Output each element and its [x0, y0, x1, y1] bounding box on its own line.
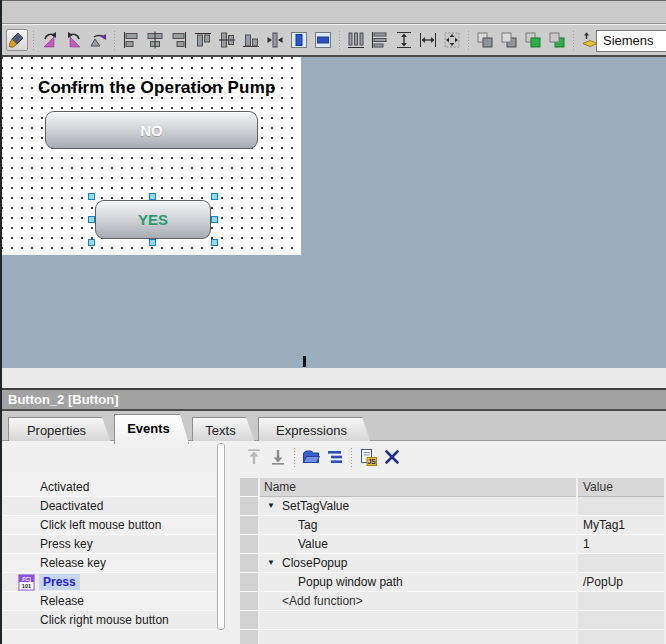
bring-to-front-icon[interactable]: [522, 29, 544, 51]
move-down-icon[interactable]: [267, 446, 289, 468]
table-row[interactable]: <Add function>: [236, 592, 666, 611]
collapse-categories-icon[interactable]: [324, 446, 346, 468]
selection-handle[interactable]: [149, 239, 156, 246]
tab-events[interactable]: Events: [114, 414, 189, 444]
svg-text:JS: JS: [368, 458, 377, 465]
selection-handle[interactable]: [211, 193, 218, 200]
center-horizontal-in-frame-icon[interactable]: [288, 29, 310, 51]
same-size-icon[interactable]: [441, 29, 463, 51]
align-left-icon[interactable]: [120, 29, 142, 51]
event-list-scrollbar[interactable]: [217, 443, 225, 630]
function-name-cell[interactable]: ▼SetTagValue: [260, 497, 576, 516]
send-to-back-icon[interactable]: [546, 29, 568, 51]
screen-workspace: Confirm the Operation Pump NO YES: [0, 57, 666, 368]
window-left-edge: [0, 0, 2, 644]
table-row[interactable]: Popup window path/PopUp: [236, 573, 666, 592]
align-right-icon[interactable]: [168, 29, 190, 51]
center-object-icon[interactable]: [264, 29, 286, 51]
selection-handle[interactable]: [88, 239, 95, 246]
selection-handle[interactable]: [149, 193, 156, 200]
send-backward-icon[interactable]: [498, 29, 520, 51]
delete-function-icon[interactable]: [381, 446, 403, 468]
event-item-activated[interactable]: Activated: [0, 478, 216, 497]
center-vertical-in-frame-icon[interactable]: [312, 29, 334, 51]
empty-value-cell: [578, 611, 664, 630]
event-item-press-key[interactable]: Press key: [0, 535, 216, 554]
toolbar-separator: [465, 29, 472, 51]
table-row[interactable]: ▼SetTagValue: [236, 497, 666, 516]
column-header-name: Name: [260, 478, 576, 497]
align-bottom-icon[interactable]: [240, 29, 262, 51]
align-center-horizontal-icon[interactable]: [144, 29, 166, 51]
format-paint-brush-icon[interactable]: [6, 29, 28, 51]
event-item-click-right-mouse-button[interactable]: Click right mouse button: [0, 611, 216, 630]
function-name-cell[interactable]: Value: [260, 535, 576, 554]
align-center-vertical-icon[interactable]: [216, 29, 238, 51]
convert-to-script-icon[interactable]: JS: [357, 446, 379, 468]
no-button[interactable]: NO: [45, 111, 258, 149]
event-item-label: Press key: [40, 537, 93, 551]
rotate-90-icon[interactable]: [87, 29, 109, 51]
popup-screen-canvas[interactable]: Confirm the Operation Pump NO YES: [2, 57, 301, 255]
same-width-icon[interactable]: [417, 29, 439, 51]
table-row[interactable]: TagMyTag1: [236, 516, 666, 535]
row-gutter: [240, 516, 258, 535]
event-list: ActivatedDeactivatedClick left mouse but…: [0, 478, 216, 630]
event-item-release-key[interactable]: Release key: [0, 554, 216, 573]
expand-categories-icon[interactable]: [300, 446, 322, 468]
function-value-cell[interactable]: 1: [578, 535, 664, 554]
selection-handle[interactable]: [88, 193, 95, 200]
move-up-icon[interactable]: [243, 446, 265, 468]
row-gutter: [240, 535, 258, 554]
function-value-cell[interactable]: MyTag1: [578, 516, 664, 535]
toolbar-separator: [348, 446, 355, 468]
row-gutter: [240, 554, 258, 573]
function-name-cell[interactable]: ▼ClosePopup: [260, 554, 576, 573]
table-row[interactable]: Value1: [236, 535, 666, 554]
function-name-cell[interactable]: Popup window path: [260, 573, 576, 592]
style-combobox[interactable]: Siemens: [596, 30, 666, 52]
event-item-label: Release: [40, 594, 84, 608]
event-item-label: Release key: [40, 556, 106, 570]
empty-name-cell: [260, 630, 576, 644]
function-name-label: Value: [298, 537, 328, 551]
toolbar-separator: [111, 29, 118, 51]
event-item-deactivated[interactable]: Deactivated: [0, 497, 216, 516]
bring-forward-icon[interactable]: [474, 29, 496, 51]
yes-button[interactable]: YES: [95, 200, 211, 239]
same-height-icon[interactable]: [393, 29, 415, 51]
canvas-corner-mark: [303, 356, 306, 367]
splitter-strip[interactable]: [0, 368, 666, 388]
function-value-cell[interactable]: [578, 592, 664, 611]
row-gutter: [240, 573, 258, 592]
function-value-cell[interactable]: [578, 554, 664, 573]
selection-handle[interactable]: [211, 239, 218, 246]
inspector-tab-bar: PropertiesEventsTextsExpressions: [0, 409, 666, 441]
row-gutter: [240, 611, 258, 630]
function-name-cell[interactable]: <Add function>: [260, 592, 576, 611]
tab-expressions[interactable]: Expressions: [258, 417, 371, 443]
distribute-horizontal-icon[interactable]: [345, 29, 367, 51]
function-name-label: ClosePopup: [282, 556, 347, 570]
function-name-label: SetTagValue: [282, 499, 349, 513]
toolbar-separator: [336, 29, 343, 51]
event-item-press[interactable]: FC]101Press: [0, 573, 216, 592]
function-value-cell[interactable]: /PopUp: [578, 573, 664, 592]
collapse-triangle-icon[interactable]: ▼: [267, 554, 275, 572]
collapse-triangle-icon[interactable]: ▼: [267, 497, 275, 515]
function-name-cell[interactable]: Tag: [260, 516, 576, 535]
function-value-cell[interactable]: [578, 497, 664, 516]
table-row[interactable]: ▼ClosePopup: [236, 554, 666, 573]
tab-texts[interactable]: Texts: [192, 417, 255, 443]
rotate-counterclockwise-icon[interactable]: [63, 29, 85, 51]
selection-handle[interactable]: [88, 216, 95, 223]
selection-handle[interactable]: [211, 216, 218, 223]
event-item-release[interactable]: Release: [0, 592, 216, 611]
tab-properties[interactable]: Properties: [8, 417, 111, 443]
align-top-icon[interactable]: [192, 29, 214, 51]
event-item-click-left-mouse-button[interactable]: Click left mouse button: [0, 516, 216, 535]
distribute-vertical-icon[interactable]: [369, 29, 391, 51]
table-empty-row: [236, 611, 666, 630]
rotate-clockwise-icon[interactable]: [39, 29, 61, 51]
empty-name-cell: [260, 611, 576, 630]
